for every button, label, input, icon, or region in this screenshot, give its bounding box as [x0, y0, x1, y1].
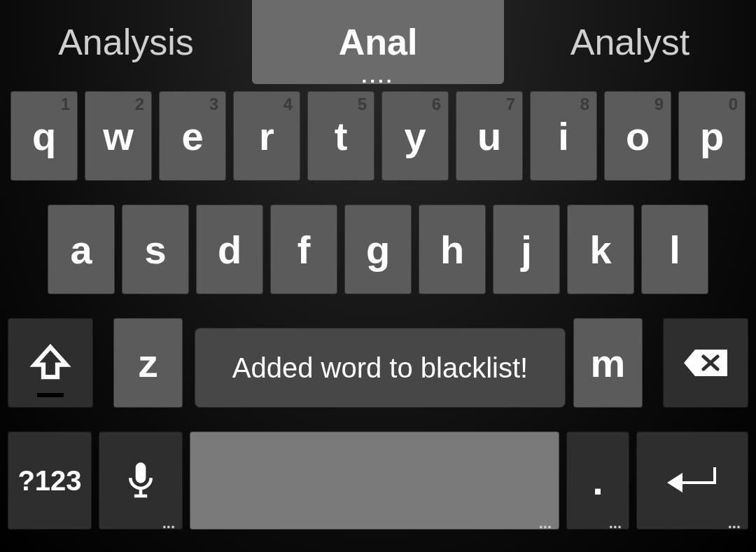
backspace-icon — [681, 347, 730, 379]
shift-icon — [29, 342, 71, 384]
key-l[interactable]: l — [641, 205, 708, 294]
key-shift[interactable] — [8, 318, 93, 408]
key-y[interactable]: 6y — [382, 91, 449, 181]
enter-icon — [664, 463, 720, 498]
more-indicator-icon: ... — [728, 520, 741, 526]
key-u[interactable]: 7u — [456, 91, 523, 181]
suggestion-left[interactable]: Analysis — [0, 0, 252, 84]
key-a[interactable]: a — [48, 205, 115, 294]
key-s[interactable]: s — [122, 205, 189, 294]
toast: Added word to blacklist! — [195, 328, 566, 408]
key-i[interactable]: 8i — [530, 91, 597, 181]
suggestion-strip: Analysis Anal .... Analyst — [0, 0, 756, 84]
mic-icon — [125, 460, 156, 502]
key-backspace[interactable] — [663, 318, 748, 408]
more-indicator-icon: ... — [609, 520, 622, 526]
more-indicator-icon: ... — [539, 520, 552, 526]
keyboard: 1q 2w 3e 4r 5t 6y 7u 8i 9o 0p a s d f g … — [0, 84, 756, 534]
keyboard-row-1: 1q 2w 3e 4r 5t 6y 7u 8i 9o 0p — [4, 91, 752, 181]
more-indicator-icon: .... — [361, 73, 394, 83]
key-z[interactable]: z — [113, 318, 183, 408]
shift-underline-icon — [37, 393, 64, 397]
key-j[interactable]: j — [493, 205, 560, 294]
key-enter[interactable]: ... — [636, 432, 748, 530]
key-w[interactable]: 2w — [85, 91, 152, 181]
key-r[interactable]: 4r — [233, 91, 300, 181]
key-e[interactable]: 3e — [159, 91, 226, 181]
keyboard-row-4: ?123 ... ... . ... ... — [4, 432, 752, 530]
more-indicator-icon: ... — [162, 520, 175, 526]
key-period[interactable]: . ... — [566, 432, 629, 530]
toast-message: Added word to blacklist! — [232, 352, 528, 384]
key-q[interactable]: 1q — [10, 91, 78, 181]
svg-rect-0 — [136, 462, 146, 483]
key-mic[interactable]: ... — [99, 432, 183, 530]
key-f[interactable]: f — [270, 205, 337, 294]
key-k[interactable]: k — [567, 205, 634, 294]
suggestion-center[interactable]: Anal .... — [252, 0, 504, 84]
key-m[interactable]: m — [573, 318, 643, 408]
key-t[interactable]: 5t — [307, 91, 374, 181]
key-p[interactable]: 0p — [678, 91, 746, 181]
suggestion-center-label: Anal — [339, 21, 418, 63]
key-g[interactable]: g — [344, 205, 412, 294]
key-space[interactable]: ... — [190, 432, 559, 530]
key-d[interactable]: d — [196, 205, 263, 294]
key-symbols[interactable]: ?123 — [8, 432, 92, 530]
key-o[interactable]: 9o — [604, 91, 671, 181]
key-h[interactable]: h — [419, 205, 486, 294]
suggestion-right[interactable]: Analyst — [504, 0, 756, 84]
keyboard-row-2: a s d f g h j k l — [4, 205, 752, 294]
